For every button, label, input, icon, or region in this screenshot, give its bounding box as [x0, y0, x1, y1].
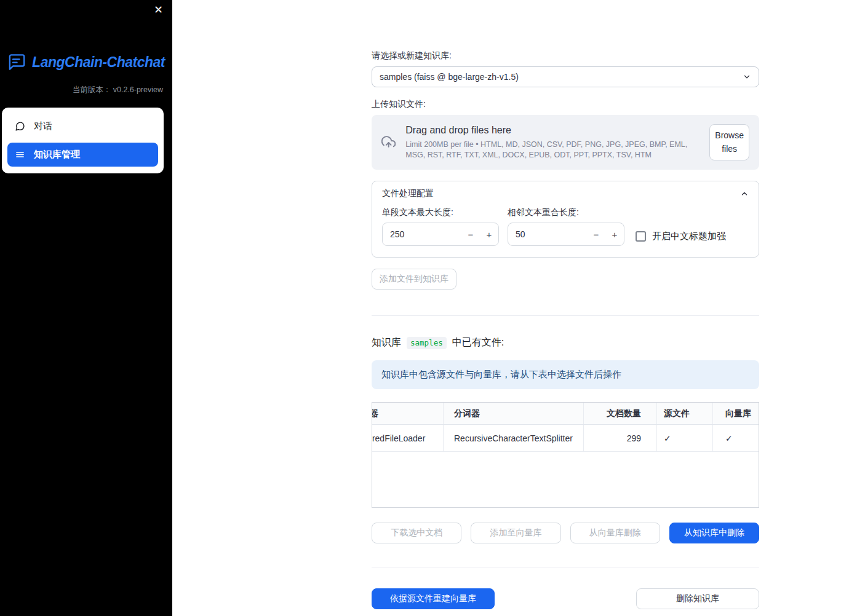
col-header-loader: 文档加载器 [372, 403, 443, 424]
kb-select-value: samples (faiss @ bge-large-zh-v1.5) [380, 72, 519, 82]
cell-vector-check: ✓ [712, 425, 759, 451]
cell-source-check: ✓ [656, 425, 712, 451]
close-sidebar-icon[interactable]: ✕ [154, 4, 163, 15]
main-content: 请选择或新建知识库: samples (faiss @ bge-large-zh… [372, 0, 759, 616]
col-header-doc-count: 文档数量 [583, 403, 656, 424]
sidebar-item-label: 对话 [34, 120, 52, 132]
minus-button[interactable]: − [461, 229, 480, 240]
file-dropzone[interactable]: Drag and drop files here Limit 200MB per… [372, 115, 759, 170]
chevron-up-icon [740, 189, 749, 198]
cell-doc-count: 299 [583, 425, 656, 451]
upload-cloud-icon [381, 134, 396, 151]
browse-files-button[interactable]: Browse files [709, 124, 749, 160]
dropzone-title: Drag and drop files here [405, 125, 700, 136]
divider [372, 315, 759, 316]
cell-loader: UnstructuredFileLoader [372, 425, 443, 451]
table-header-row[interactable]: 文档加载器 分词器 文档数量 源文件 向量库 [372, 403, 759, 425]
kb-select[interactable]: samples (faiss @ bge-large-zh-v1.5) [372, 66, 759, 87]
sidebar-item-knowledge-base[interactable]: 知识库管理 [7, 143, 158, 167]
kb-files-suffix: 中已有文件: [452, 336, 504, 349]
col-header-source-file: 源文件 [656, 403, 712, 424]
plus-button[interactable]: + [605, 229, 624, 240]
divider [372, 567, 759, 567]
delete-from-vector-store-button[interactable]: 从向量库删除 [570, 523, 660, 543]
kb-files-prefix: 知识库 [372, 336, 401, 349]
files-table: 文档加载器 分词器 文档数量 源文件 向量库 UnstructuredFileL… [372, 402, 759, 508]
overlap-length-input[interactable]: 50 − + [508, 223, 624, 246]
info-banner: 知识库中包含源文件与向量库，请从下表中选择文件后操作 [372, 360, 759, 389]
max-length-input[interactable]: 250 − + [382, 223, 499, 246]
table-row[interactable]: UnstructuredFileLoader RecursiveCharacte… [372, 425, 759, 452]
delete-from-kb-button[interactable]: 从知识库中删除 [669, 523, 759, 543]
download-selected-button[interactable]: 下载选中文档 [372, 523, 461, 543]
checkbox-label: 开启中文标题加强 [652, 231, 726, 242]
logo-text: LangChain-Chatchat [32, 54, 165, 71]
expander-title: 文件处理配置 [382, 188, 434, 199]
app-root: ✕ LangChain-Chatchat 当前版本： v0.2.6-previe… [0, 0, 849, 616]
logo-chat-icon [7, 52, 26, 73]
overlap-length-value: 50 [516, 229, 587, 239]
delete-kb-button[interactable]: 删除知识库 [636, 588, 759, 609]
dropzone-text: Drag and drop files here Limit 200MB per… [405, 125, 700, 160]
max-length-value: 250 [390, 229, 461, 239]
overlap-length-field: 相邻文本重合长度: 50 − + [508, 207, 624, 246]
add-files-to-kb-button[interactable]: 添加文件到知识库 [372, 269, 456, 290]
kb-select-label: 请选择或新建知识库: [372, 50, 759, 61]
zh-title-enhance-option[interactable]: 开启中文标题加强 [636, 224, 726, 248]
kb-name-code: samples [407, 337, 447, 349]
table-empty-area [372, 452, 759, 507]
version-label: 当前版本： v0.2.6-preview [0, 73, 172, 95]
kb-files-heading: 知识库 samples 中已有文件: [372, 336, 759, 349]
rebuild-vector-store-button[interactable]: 依据源文件重建向量库 [372, 588, 495, 609]
max-length-label: 单段文本最大长度: [382, 207, 499, 218]
kb-management-buttons: 依据源文件重建向量库 删除知识库 [372, 588, 759, 609]
sidebar: ✕ LangChain-Chatchat 当前版本： v0.2.6-previe… [0, 0, 172, 616]
expander-header[interactable]: 文件处理配置 [372, 181, 759, 205]
max-length-field: 单段文本最大长度: 250 − + [382, 207, 499, 246]
cell-splitter: RecursiveCharacterTextSplitter [443, 425, 583, 451]
app-logo: LangChain-Chatchat [0, 0, 172, 73]
dropzone-limit-text: Limit 200MB per file • HTML, MD, JSON, C… [405, 140, 700, 160]
add-to-vector-store-button[interactable]: 添加至向量库 [471, 523, 560, 543]
col-header-splitter: 分词器 [443, 403, 583, 424]
overlap-length-label: 相邻文本重合长度: [508, 207, 624, 218]
sidebar-item-label: 知识库管理 [34, 149, 80, 160]
list-icon [15, 149, 25, 160]
upload-label: 上传知识文件: [372, 99, 759, 110]
sidebar-item-dialogue[interactable]: 对话 [7, 114, 158, 138]
checkbox-unchecked[interactable] [636, 231, 646, 242]
file-action-buttons: 下载选中文档 添加至向量库 从向量库删除 从知识库中删除 [372, 523, 759, 543]
plus-button[interactable]: + [480, 229, 498, 240]
sidebar-nav: 对话 知识库管理 [2, 108, 164, 173]
chat-bubble-icon [15, 121, 25, 132]
col-header-vector-store: 向量库 [712, 403, 759, 424]
expander-body: 单段文本最大长度: 250 − + 相邻文本重合长度: 50 − + [372, 205, 759, 257]
spacer [504, 588, 627, 609]
file-config-expander: 文件处理配置 单段文本最大长度: 250 − + 相邻文本重合长度: [372, 181, 759, 258]
minus-button[interactable]: − [587, 229, 605, 240]
chevron-down-icon [743, 73, 751, 81]
